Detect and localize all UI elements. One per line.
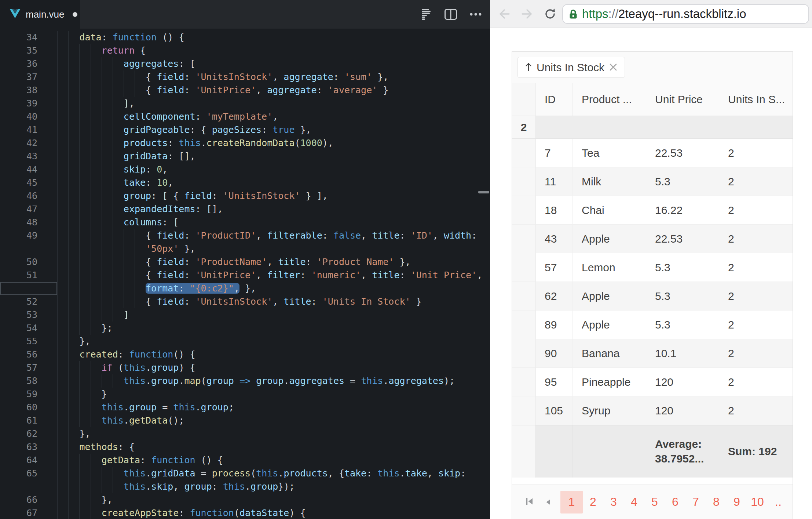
tab-main-vue[interactable]: main.vue bbox=[0, 0, 80, 29]
forward-icon[interactable] bbox=[521, 8, 533, 20]
table-row[interactable]: 18Chai16.222 bbox=[512, 196, 793, 225]
pager-more-pages[interactable]: .. bbox=[775, 495, 782, 509]
code-line-63[interactable]: 63 methods: { bbox=[0, 440, 490, 454]
header-units-in-stock[interactable]: Units In S... bbox=[719, 83, 793, 116]
code-line-38[interactable]: 38 { field: 'UnitPrice', aggregate: 'ave… bbox=[0, 84, 490, 97]
code-line-65[interactable]: 65 this.gridData = process(this.products… bbox=[0, 467, 490, 480]
split-view-icon[interactable] bbox=[445, 9, 457, 20]
code-line-58[interactable]: 58 this.group.map(group => group.aggrega… bbox=[0, 374, 490, 388]
code-line-56[interactable]: 56 created: function() { bbox=[0, 348, 490, 361]
code-line-59[interactable]: 59 } bbox=[0, 388, 490, 401]
cell-product: Banana bbox=[573, 339, 646, 368]
code-line-51[interactable]: 51 { field: 'UnitPrice', filter: 'numeri… bbox=[0, 269, 490, 282]
code-line-43[interactable]: 43 gridData: [], bbox=[0, 150, 490, 163]
code-line-52[interactable]: 52 { field: 'UnitsInStock', title: 'Unit… bbox=[0, 295, 490, 308]
code-line-46[interactable]: 46 group: [ { field: 'UnitsInStock' } ], bbox=[0, 189, 490, 203]
line-number: 60 bbox=[0, 401, 37, 414]
code-line-wrap[interactable]: format: "{0:c2}", }, bbox=[0, 282, 490, 295]
code-line-62[interactable]: 62 }, bbox=[0, 427, 490, 440]
line-number: 58 bbox=[0, 374, 37, 388]
table-row[interactable]: 7Tea22.532 bbox=[512, 139, 793, 167]
pager-page-1[interactable]: 1 bbox=[560, 491, 583, 513]
url-bar[interactable]: https://2teayq--run.stackblitz.io bbox=[562, 4, 809, 24]
code-line-61[interactable]: 61 this.getData(); bbox=[0, 414, 490, 427]
code-line-66[interactable]: 66 }, bbox=[0, 493, 490, 507]
cell-id: 11 bbox=[536, 167, 573, 196]
code-line-40[interactable]: 40 cellComponent: 'myTemplate', bbox=[0, 110, 490, 123]
prettier-icon[interactable] bbox=[422, 9, 432, 20]
table-row[interactable]: 90Banana10.12 bbox=[512, 339, 793, 368]
cell-unit-price: 22.53 bbox=[646, 225, 719, 253]
code-text: take: 10, bbox=[35, 176, 173, 189]
code-text: this.getData(); bbox=[35, 414, 184, 427]
code-line-50[interactable]: 50 { field: 'ProductName', title: 'Produ… bbox=[0, 255, 490, 269]
code-line-54[interactable]: 54 }; bbox=[0, 322, 490, 335]
first-page-icon[interactable] bbox=[525, 495, 534, 509]
group-row-filler bbox=[536, 116, 793, 138]
previous-page-icon[interactable] bbox=[544, 495, 552, 509]
code-line-39[interactable]: 39 ], bbox=[0, 97, 490, 110]
line-number: 67 bbox=[0, 507, 37, 519]
code-line-64[interactable]: 64 getData: function () { bbox=[0, 454, 490, 467]
line-number: 49 bbox=[0, 229, 37, 242]
table-row[interactable]: 57Lemon5.32 bbox=[512, 253, 793, 282]
table-row[interactable]: 89Apple5.32 bbox=[512, 311, 793, 339]
cell-units-in-stock: 2 bbox=[719, 167, 793, 196]
pager-page-10[interactable]: 10 bbox=[747, 491, 768, 513]
code-line-wrap[interactable]: '50px' }, bbox=[0, 242, 490, 255]
group-panel[interactable]: Units In Stock bbox=[512, 52, 793, 83]
table-row[interactable]: 43Apple22.532 bbox=[512, 225, 793, 253]
header-product-name[interactable]: Product ... bbox=[573, 83, 646, 116]
code-line-42[interactable]: 42 products: this.createRandomData(1000)… bbox=[0, 137, 490, 150]
pager-page-8[interactable]: 8 bbox=[706, 491, 727, 513]
pager-page-5[interactable]: 5 bbox=[644, 491, 665, 513]
refresh-icon[interactable] bbox=[544, 7, 557, 21]
editor-toolbar bbox=[422, 0, 490, 29]
code-line-60[interactable]: 60 this.group = this.group; bbox=[0, 401, 490, 414]
code-line-57[interactable]: 57 if (this.group) { bbox=[0, 361, 490, 374]
code-line-35[interactable]: 35 return { bbox=[0, 44, 490, 57]
cell-units-in-stock: 2 bbox=[719, 196, 793, 225]
code-line-47[interactable]: 47 expandedItems: [], bbox=[0, 203, 490, 216]
pager-page-7[interactable]: 7 bbox=[685, 491, 706, 513]
line-number: 56 bbox=[0, 348, 37, 361]
pager-page-9[interactable]: 9 bbox=[727, 491, 747, 513]
code-text: this.group.map(group => group.aggregates… bbox=[35, 374, 455, 388]
code-line-49[interactable]: 49 { field: 'ProductID', filterable: fal… bbox=[0, 229, 490, 242]
sort-asc-icon[interactable] bbox=[525, 61, 532, 74]
code-line-48[interactable]: 48 columns: [ bbox=[0, 216, 490, 229]
line-number: 65 bbox=[0, 467, 37, 480]
table-row[interactable]: 11Milk5.32 bbox=[512, 167, 793, 196]
code-line-36[interactable]: 36 aggregates: [ bbox=[0, 57, 490, 70]
more-options-icon[interactable] bbox=[469, 12, 482, 16]
cell-id: 57 bbox=[536, 253, 573, 282]
code-line-37[interactable]: 37 { field: 'UnitsInStock', aggregate: '… bbox=[0, 70, 490, 84]
code-line-55[interactable]: 55 }, bbox=[0, 335, 490, 348]
back-icon[interactable] bbox=[498, 8, 511, 20]
pager-page-4[interactable]: 4 bbox=[624, 491, 644, 513]
code-text: { field: 'UnitPrice', aggregate: 'averag… bbox=[35, 84, 388, 97]
code-line-41[interactable]: 41 gridPageable: { pageSizes: true }, bbox=[0, 123, 490, 137]
code-line-67[interactable]: 67 createAppState: function(dataState) { bbox=[0, 507, 490, 519]
pager-page-3[interactable]: 3 bbox=[603, 491, 624, 513]
group-row[interactable]: 2 bbox=[512, 116, 793, 139]
code-line-34[interactable]: 34 data: function () { bbox=[0, 31, 490, 44]
code-line-45[interactable]: 45 take: 10, bbox=[0, 176, 490, 189]
code-editor[interactable]: 34 data: function () {35 return {36 aggr… bbox=[0, 29, 490, 519]
line-number: 62 bbox=[0, 427, 37, 440]
header-unit-price[interactable]: Unit Price bbox=[646, 83, 719, 116]
table-row[interactable]: 62Apple5.32 bbox=[512, 282, 793, 311]
code-text: { field: 'UnitPrice', filter: 'numeric',… bbox=[35, 269, 482, 282]
group-row-value[interactable]: 2 bbox=[512, 116, 536, 138]
group-chip[interactable]: Units In Stock bbox=[517, 57, 625, 78]
code-line-44[interactable]: 44 skip: 0, bbox=[0, 163, 490, 176]
pager-page-2[interactable]: 2 bbox=[583, 491, 603, 513]
header-id[interactable]: ID bbox=[536, 83, 573, 116]
cell-units-in-stock: 2 bbox=[719, 253, 793, 282]
table-row[interactable]: 95Pineapple1202 bbox=[512, 368, 793, 396]
code-line-53[interactable]: 53 ] bbox=[0, 308, 490, 322]
close-icon[interactable] bbox=[609, 61, 617, 74]
pager-page-6[interactable]: 6 bbox=[665, 491, 685, 513]
table-row[interactable]: 105Syrup1202 bbox=[512, 396, 793, 425]
code-line-wrap[interactable]: this.skip, group: this.group}); bbox=[0, 480, 490, 493]
